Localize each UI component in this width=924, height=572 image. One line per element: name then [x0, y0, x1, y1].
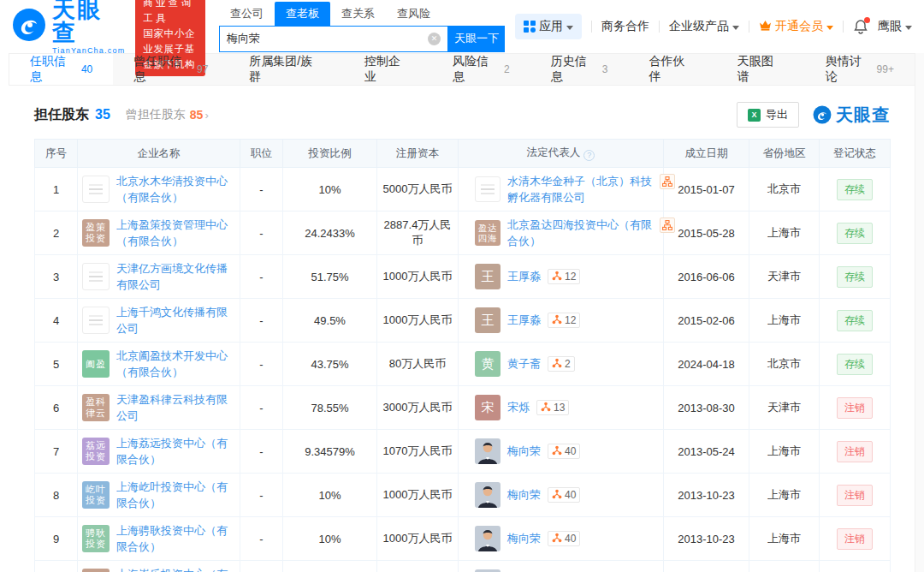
status-cell: 注销 [820, 517, 891, 561]
company-logo [475, 176, 500, 202]
company-name-link[interactable]: 上海屹叶投资中心（有限合伙） [116, 479, 238, 512]
company-name-link[interactable]: 上海骋耿投资中心（有限合伙） [116, 522, 238, 556]
status-badge: 注销 [837, 528, 873, 550]
chevron-down-icon [905, 26, 912, 30]
status-badge: 存续 [837, 179, 873, 200]
search-tab-查关系[interactable]: 查关系 [330, 2, 386, 26]
status-cell [820, 561, 891, 572]
company-logo: 阖盈 [82, 350, 110, 378]
org-chart-icon[interactable] [660, 217, 675, 233]
status-cell: 注销 [820, 386, 891, 430]
date-cell: 2013-10-23 [664, 474, 749, 517]
relation-graph-icon [552, 533, 562, 545]
nav-open-membership[interactable]: 开通会员 [759, 19, 833, 34]
capital-cell: 5000万人民币 [377, 168, 459, 212]
relation-count-badge[interactable]: 40 [548, 487, 580, 503]
ratio-cell: 78.55% [283, 386, 377, 430]
org-chart-icon[interactable] [660, 174, 675, 189]
tab-所属集团/族群[interactable]: 所属集团/族群 [228, 54, 344, 85]
company-name-link[interactable]: 北京水木华清投资中心（有限合伙） [116, 173, 238, 206]
tab-任职信息[interactable]: 任职信息40 [9, 54, 113, 85]
search-tab-查风险[interactable]: 查风险 [386, 2, 441, 26]
relation-count-badge[interactable]: 40 [548, 531, 580, 546]
status-badge: 存续 [837, 266, 873, 288]
tab-天眼图谱[interactable]: 天眼图谱 [717, 54, 805, 85]
company-name-link[interactable]: 上海千鸿文化传播有限公司 [116, 304, 238, 337]
column-header-label: 注册资本 [396, 147, 439, 159]
tab-风险信息[interactable]: 风险信息2 [432, 54, 530, 85]
company-name-link[interactable]: 天津亿方画境文化传播有限公司 [116, 260, 238, 294]
nav-eagle-eye[interactable]: 鹰眼 [878, 19, 912, 34]
column-header-label: 企业名称 [138, 147, 181, 159]
status-cell: 存续 [820, 299, 891, 343]
region-cell [749, 561, 820, 572]
section-title: 担任股东 [34, 106, 89, 124]
tab-count: 40 [81, 63, 92, 75]
company-name-link[interactable]: 上海崇乐投资中心（有限合伙） [116, 566, 238, 572]
legal-rep-link[interactable]: 梅向荣 [507, 487, 541, 503]
tab-控制企业[interactable]: 控制企业 [344, 54, 432, 85]
status-badge: 存续 [837, 223, 873, 244]
relation-count-badge[interactable]: 40 [548, 444, 580, 459]
company-name-link[interactable]: 天津盈科律云科技有限公司 [116, 391, 238, 425]
ratio-cell: 10% [283, 517, 377, 561]
legal-rep-link[interactable]: 梅向荣 [507, 444, 541, 459]
company-name-link[interactable]: 北京阖盈技术开发中心（有限合伙） [116, 348, 238, 381]
legal-rep-cell: 梅向荣40 [459, 517, 664, 561]
column-header: 注册资本 [377, 140, 459, 168]
search-tabs: 查公司查老板查关系查风险 [219, 2, 505, 26]
legal-rep-link[interactable]: 黄子斋 [507, 356, 541, 372]
nav-enterprise-products[interactable]: 企业级产品 [669, 19, 739, 34]
legal-rep-link[interactable]: 宋烁 [507, 400, 530, 415]
relation-count: 40 [565, 445, 576, 457]
company-name-link[interactable]: 上海荔远投资中心（有限合伙） [116, 435, 238, 468]
chevron-down-icon [826, 26, 833, 30]
legal-rep-link[interactable]: 王厚淼 [507, 269, 541, 284]
seq-cell: 2 [35, 212, 78, 255]
relation-count-badge[interactable]: 12 [548, 269, 580, 284]
tianyancha-logo-icon [12, 8, 46, 45]
company-cell: 盈科律云天津盈科律云科技有限公司 [78, 386, 240, 430]
status-badge: 存续 [837, 310, 873, 331]
seq-cell: 1 [35, 168, 78, 212]
tab-label: 所属集团/族群 [249, 54, 323, 85]
position-cell: - [240, 212, 283, 255]
search-tab-查老板[interactable]: 查老板 [275, 2, 330, 26]
clear-search-icon[interactable]: ✕ [428, 33, 441, 45]
nav-apps[interactable]: 应用 [515, 14, 582, 39]
company-name-link[interactable]: 上海盈策投资管理中心（有限合伙） [116, 217, 238, 250]
tab-舆情讨论[interactable]: 舆情讨论99+ [805, 54, 915, 85]
nav-business-cooperation[interactable]: 商务合作 [601, 19, 649, 34]
legal-rep-link[interactable]: 王厚淼 [507, 313, 541, 328]
notification-bell-icon[interactable] [853, 19, 868, 34]
tab-历史信息[interactable]: 历史信息3 [530, 54, 629, 85]
tab-合作伙伴[interactable]: 合作伙伴 [628, 54, 716, 85]
search-tab-查公司[interactable]: 查公司 [219, 2, 275, 26]
company-cell: 上海千鸿文化传播有限公司 [78, 299, 240, 343]
legal-rep-link[interactable]: 梅向荣 [507, 531, 541, 546]
tab-count: 2 [504, 63, 510, 75]
relation-count-badge[interactable]: 2 [548, 356, 575, 372]
page-tab-bar: 任职信息40曾任职信息97所属集团/族群控制企业风险信息2历史信息3合作伙伴天眼… [9, 53, 915, 86]
export-button[interactable]: X 导出 [737, 102, 799, 128]
tab-count: 97 [197, 63, 208, 75]
relation-count-badge[interactable]: 12 [548, 313, 580, 328]
tab-曾任职信息[interactable]: 曾任职信息97 [113, 54, 228, 85]
search-input[interactable] [227, 33, 428, 45]
column-header-label: 成立日期 [685, 147, 728, 159]
legal-rep-link[interactable]: 北京盈达四海投资中心（有限合伙） [507, 217, 654, 250]
former-shareholder-link[interactable]: 曾担任股东 85 › [126, 107, 209, 122]
search-button[interactable]: 天眼一下 [448, 26, 505, 52]
tab-label: 舆情讨论 [826, 54, 873, 85]
seq-cell [35, 561, 78, 572]
scrollbar-track[interactable] [915, 53, 924, 572]
legal-rep-link[interactable]: 水清木华金种子（北京）科技孵化器有限公司 [507, 173, 654, 206]
legal-rep-cell: 宋宋烁13 [459, 386, 664, 430]
column-header-label: 登记状态 [833, 147, 876, 159]
legal-rep-cell: 黄黄子斋2 [459, 343, 664, 386]
column-header: 企业名称 [78, 140, 240, 168]
relation-count-badge[interactable]: 13 [536, 400, 569, 415]
help-icon[interactable]: ? [583, 150, 595, 161]
date-cell: 2015-02-06 [664, 299, 749, 343]
tianyancha-logo[interactable]: 天眼查 TianYanCha.com [12, 0, 125, 55]
